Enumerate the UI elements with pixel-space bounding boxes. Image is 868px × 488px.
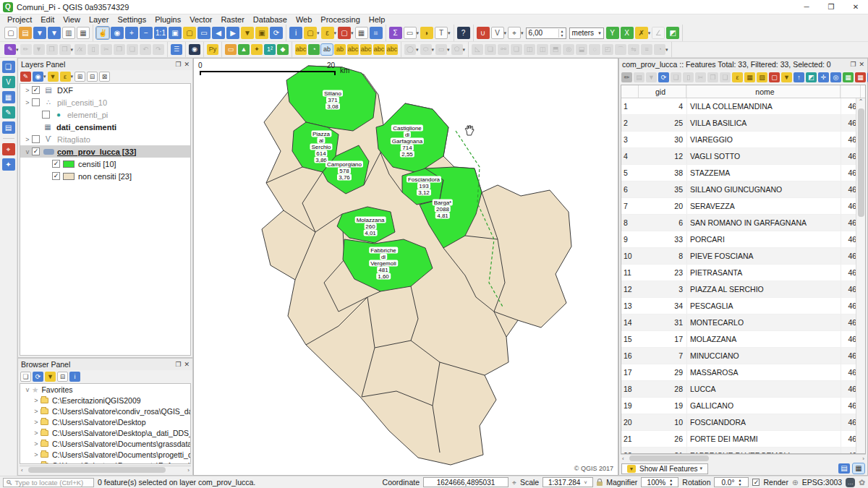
cell-gid[interactable]: 31 xyxy=(639,314,686,330)
deselect-features-icon[interactable]: ▢ xyxy=(338,27,351,39)
add-vector-layer-icon[interactable]: V xyxy=(2,76,15,88)
cell-nome[interactable]: VILLA COLLEMANDINA xyxy=(686,98,841,114)
menu-processing[interactable]: Processing xyxy=(316,15,364,24)
table-row[interactable]: 225VILLA BASILICA460 xyxy=(621,115,865,132)
row-number[interactable]: 12 xyxy=(621,281,639,297)
menu-web[interactable]: Web xyxy=(292,15,316,24)
cell-gid[interactable]: 12 xyxy=(639,148,686,164)
layer-item-com_prov_lucca-33[interactable]: v✓com_prov_lucca [33] xyxy=(20,145,190,158)
zoom-out-icon[interactable]: − xyxy=(140,27,153,39)
expander-icon[interactable]: > xyxy=(32,408,41,415)
table-delete-field-icon[interactable]: ▦ xyxy=(855,72,866,82)
row-number[interactable]: 9 xyxy=(621,231,639,247)
layers-panel-float-icon[interactable]: ❐ xyxy=(175,61,181,68)
python-console-icon[interactable]: Py xyxy=(207,44,218,55)
browser-hscrollbar[interactable]: ‹› xyxy=(20,466,191,474)
zoom-native-icon[interactable]: 1:1 xyxy=(154,27,167,39)
menu-layer[interactable]: Layer xyxy=(85,15,114,24)
coordinate-input[interactable]: 1624666,4895031 xyxy=(423,477,509,487)
row-number[interactable]: 3 xyxy=(621,132,639,147)
expander-icon[interactable]: v xyxy=(23,386,32,393)
highlight-pinned-labels-icon[interactable]: ab xyxy=(321,44,333,55)
row-number[interactable]: 22 xyxy=(621,448,639,454)
corner-header[interactable] xyxy=(621,85,639,98)
text-annotation-dropdown-icon[interactable]: ▾ xyxy=(448,30,451,36)
grass-layers-icon[interactable]: ◆ xyxy=(277,44,289,55)
menu-plugins[interactable]: Plugins xyxy=(150,15,185,24)
enable-snapping-icon[interactable]: ∪ xyxy=(477,27,490,39)
cell-gid[interactable]: 17 xyxy=(639,331,686,347)
cell-gid[interactable]: 29 xyxy=(639,364,686,380)
menu-help[interactable]: Help xyxy=(365,15,390,24)
pan-map-to-selection-icon[interactable]: ◉ xyxy=(111,27,124,39)
cell-gid[interactable]: 19 xyxy=(639,398,686,414)
row-number[interactable]: 16 xyxy=(621,348,639,364)
digitize-shape-regular-dropdown-icon[interactable]: ▾ xyxy=(463,47,466,53)
row-number[interactable]: 21 xyxy=(621,431,639,447)
row-number[interactable]: 1 xyxy=(621,98,639,114)
grass-shell-icon[interactable]: 1² xyxy=(264,44,276,55)
row-number[interactable]: 19 xyxy=(621,398,639,414)
cell-nome[interactable]: FABBRICHE DI VERGEMOLI xyxy=(686,448,841,454)
cell-gid[interactable]: 28 xyxy=(639,381,686,397)
db-manager-icon[interactable]: ☰ xyxy=(171,44,182,55)
manage-map-themes-dropdown-icon[interactable]: ▾ xyxy=(43,74,46,80)
browser-favorites[interactable]: v★Favorites xyxy=(20,384,190,395)
row-number[interactable]: 7 xyxy=(621,198,639,214)
table-select-all-icon[interactable]: ▦ xyxy=(744,72,755,82)
cell-nome[interactable]: PESCAGLIA xyxy=(686,298,841,314)
expander-icon[interactable]: > xyxy=(32,419,41,426)
cell-nome[interactable]: SAN ROMANO IN GARFAGNANA xyxy=(686,215,841,231)
add-database-layer-icon[interactable]: ▤ xyxy=(2,121,15,134)
pan-map-icon[interactable]: ✌ xyxy=(96,27,109,39)
add-delimited-text-layer-icon[interactable]: ✎ xyxy=(2,106,15,119)
layer-item-elementi_pi[interactable]: ●elementi_pi xyxy=(20,108,190,121)
layer-visibility-checkbox[interactable] xyxy=(32,135,40,143)
table-row[interactable]: 933PORCARI460 xyxy=(621,231,865,248)
processing-history-icon[interactable]: ✦ xyxy=(2,158,15,171)
table-toggle-editing-icon[interactable]: ✏ xyxy=(621,72,632,82)
table-row[interactable]: 1919GALLICANO460 xyxy=(621,398,865,414)
layer-visibility-checkbox[interactable]: ✓ xyxy=(32,147,40,155)
column-header-nome[interactable]: nome xyxy=(686,85,841,98)
zoom-last-icon[interactable]: ◀ xyxy=(212,27,225,39)
expander-icon[interactable]: > xyxy=(32,440,41,448)
snapping-on-intersection-icon[interactable]: ✗ xyxy=(635,27,648,39)
cell-gid[interactable]: 25 xyxy=(639,115,686,131)
cell-gid[interactable]: 3 xyxy=(639,281,686,297)
cell-nome[interactable]: MINUCCIANO xyxy=(686,348,841,364)
row-number[interactable]: 18 xyxy=(621,381,639,397)
menu-edit[interactable]: Edit xyxy=(36,15,59,24)
cell-gid[interactable]: 26 xyxy=(639,431,686,447)
enable-tracing-icon[interactable]: ⌖ xyxy=(508,27,521,39)
cell-gid[interactable]: 10 xyxy=(639,414,686,430)
row-number[interactable]: 15 xyxy=(621,331,639,347)
row-number[interactable]: 5 xyxy=(621,165,639,181)
select-by-expression-dropdown-icon[interactable]: ▾ xyxy=(334,30,337,36)
cell-nome[interactable]: SILLANO GIUNCUGNANO xyxy=(686,181,841,197)
show-bookmarks-icon[interactable]: ▣ xyxy=(255,27,268,39)
open-layer-styling-icon[interactable]: ✎ xyxy=(20,72,31,82)
expander-icon[interactable]: > xyxy=(23,136,32,143)
grass-region-icon[interactable]: ▭ xyxy=(225,44,237,55)
cell-nome[interactable]: MONTECARLO xyxy=(686,314,841,330)
grass-mapcalc-icon[interactable]: ▲ xyxy=(238,44,250,55)
row-number[interactable]: 11 xyxy=(621,265,639,281)
new-project-icon[interactable]: ▢ xyxy=(4,27,17,39)
text-annotation-icon[interactable]: T xyxy=(435,27,448,39)
cell-gid[interactable]: 8 xyxy=(639,248,686,264)
magnifier-spinner[interactable]: 100%▲▼ xyxy=(641,477,678,487)
menu-view[interactable]: View xyxy=(59,15,85,24)
column-header-gid[interactable]: gid xyxy=(639,85,686,98)
show-layout-manager-icon[interactable]: ▦ xyxy=(77,27,90,39)
cell-nome[interactable]: MASSAROSA xyxy=(686,364,841,380)
snap-vertex-options-dropdown-icon[interactable]: ▾ xyxy=(504,30,507,36)
expander-icon[interactable]: > xyxy=(23,87,32,94)
rotate-label-icon[interactable]: abc xyxy=(373,44,385,55)
browser-folder-item[interactable]: >C:\Users\Salvatore\Documents\Referendum xyxy=(20,460,190,464)
save-project-icon[interactable]: ▼ xyxy=(33,27,46,39)
scale-combo[interactable]: 1:317.284˅ xyxy=(542,477,593,487)
zoom-full-icon[interactable]: ▣ xyxy=(169,27,182,39)
cell-gid[interactable]: 20 xyxy=(639,198,686,214)
table-select-by-expression-icon[interactable]: ε xyxy=(732,72,743,82)
